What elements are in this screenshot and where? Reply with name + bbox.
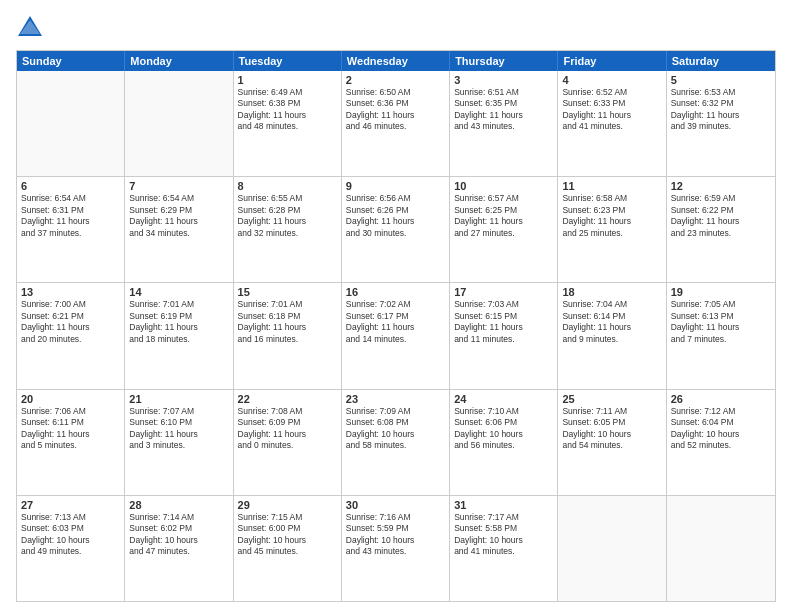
- cell-line: Sunrise: 6:51 AM: [454, 87, 553, 98]
- cell-line: Sunrise: 6:56 AM: [346, 193, 445, 204]
- day-cell-4: 4Sunrise: 6:52 AMSunset: 6:33 PMDaylight…: [558, 71, 666, 176]
- day-header-thursday: Thursday: [450, 51, 558, 71]
- day-number: 4: [562, 74, 661, 86]
- day-cell-2: 2Sunrise: 6:50 AMSunset: 6:36 PMDaylight…: [342, 71, 450, 176]
- day-number: 10: [454, 180, 553, 192]
- cell-line: Sunset: 6:19 PM: [129, 311, 228, 322]
- cell-line: Sunrise: 7:01 AM: [129, 299, 228, 310]
- day-cell-19: 19Sunrise: 7:05 AMSunset: 6:13 PMDayligh…: [667, 283, 775, 388]
- cell-line: and 48 minutes.: [238, 121, 337, 132]
- cell-line: and 11 minutes.: [454, 334, 553, 345]
- svg-marker-1: [20, 20, 40, 34]
- cell-line: Daylight: 11 hours: [238, 322, 337, 333]
- day-number: 30: [346, 499, 445, 511]
- cell-line: Daylight: 10 hours: [671, 429, 771, 440]
- calendar-body: 1Sunrise: 6:49 AMSunset: 6:38 PMDaylight…: [17, 71, 775, 601]
- day-number: 2: [346, 74, 445, 86]
- cell-line: and 16 minutes.: [238, 334, 337, 345]
- day-cell-7: 7Sunrise: 6:54 AMSunset: 6:29 PMDaylight…: [125, 177, 233, 282]
- cell-line: Sunrise: 6:55 AM: [238, 193, 337, 204]
- day-cell-9: 9Sunrise: 6:56 AMSunset: 6:26 PMDaylight…: [342, 177, 450, 282]
- empty-cell: [558, 496, 666, 601]
- cell-line: Daylight: 11 hours: [454, 216, 553, 227]
- day-number: 14: [129, 286, 228, 298]
- day-number: 16: [346, 286, 445, 298]
- cell-line: Daylight: 11 hours: [129, 216, 228, 227]
- cell-line: and 37 minutes.: [21, 228, 120, 239]
- day-number: 22: [238, 393, 337, 405]
- cell-line: Sunrise: 6:49 AM: [238, 87, 337, 98]
- empty-cell: [17, 71, 125, 176]
- cell-line: Sunset: 6:10 PM: [129, 417, 228, 428]
- day-cell-31: 31Sunrise: 7:17 AMSunset: 5:58 PMDayligh…: [450, 496, 558, 601]
- cell-line: Sunrise: 7:07 AM: [129, 406, 228, 417]
- cell-line: Daylight: 11 hours: [238, 429, 337, 440]
- day-number: 11: [562, 180, 661, 192]
- cell-line: Sunset: 6:38 PM: [238, 98, 337, 109]
- cell-line: and 5 minutes.: [21, 440, 120, 451]
- calendar-header-row: SundayMondayTuesdayWednesdayThursdayFrid…: [17, 51, 775, 71]
- cell-line: and 0 minutes.: [238, 440, 337, 451]
- day-number: 19: [671, 286, 771, 298]
- cell-line: and 14 minutes.: [346, 334, 445, 345]
- day-cell-5: 5Sunrise: 6:53 AMSunset: 6:32 PMDaylight…: [667, 71, 775, 176]
- day-cell-8: 8Sunrise: 6:55 AMSunset: 6:28 PMDaylight…: [234, 177, 342, 282]
- cell-line: Sunset: 6:11 PM: [21, 417, 120, 428]
- cell-line: Daylight: 11 hours: [562, 110, 661, 121]
- day-cell-1: 1Sunrise: 6:49 AMSunset: 6:38 PMDaylight…: [234, 71, 342, 176]
- cell-line: Sunrise: 7:03 AM: [454, 299, 553, 310]
- empty-cell: [125, 71, 233, 176]
- cell-line: Daylight: 11 hours: [21, 322, 120, 333]
- cell-line: Sunrise: 7:06 AM: [21, 406, 120, 417]
- cell-line: Sunset: 6:33 PM: [562, 98, 661, 109]
- cell-line: Sunset: 6:18 PM: [238, 311, 337, 322]
- day-number: 13: [21, 286, 120, 298]
- cell-line: Sunset: 6:13 PM: [671, 311, 771, 322]
- week-row-2: 6Sunrise: 6:54 AMSunset: 6:31 PMDaylight…: [17, 176, 775, 282]
- cell-line: Sunset: 6:23 PM: [562, 205, 661, 216]
- cell-line: Sunrise: 7:12 AM: [671, 406, 771, 417]
- cell-line: Sunrise: 6:53 AM: [671, 87, 771, 98]
- cell-line: and 3 minutes.: [129, 440, 228, 451]
- empty-cell: [667, 496, 775, 601]
- day-cell-30: 30Sunrise: 7:16 AMSunset: 5:59 PMDayligh…: [342, 496, 450, 601]
- cell-line: Sunrise: 7:17 AM: [454, 512, 553, 523]
- cell-line: Daylight: 11 hours: [671, 216, 771, 227]
- cell-line: and 7 minutes.: [671, 334, 771, 345]
- cell-line: and 45 minutes.: [238, 546, 337, 557]
- cell-line: Sunset: 6:29 PM: [129, 205, 228, 216]
- calendar: SundayMondayTuesdayWednesdayThursdayFrid…: [16, 50, 776, 602]
- cell-line: Daylight: 11 hours: [346, 216, 445, 227]
- cell-line: and 18 minutes.: [129, 334, 228, 345]
- cell-line: and 25 minutes.: [562, 228, 661, 239]
- cell-line: Sunrise: 6:54 AM: [129, 193, 228, 204]
- cell-line: Sunrise: 7:16 AM: [346, 512, 445, 523]
- day-number: 5: [671, 74, 771, 86]
- cell-line: Sunset: 6:02 PM: [129, 523, 228, 534]
- cell-line: Sunrise: 6:57 AM: [454, 193, 553, 204]
- cell-line: and 49 minutes.: [21, 546, 120, 557]
- cell-line: Sunset: 6:35 PM: [454, 98, 553, 109]
- cell-line: Sunrise: 7:01 AM: [238, 299, 337, 310]
- cell-line: Sunset: 6:22 PM: [671, 205, 771, 216]
- cell-line: Daylight: 11 hours: [21, 216, 120, 227]
- cell-line: Sunrise: 6:52 AM: [562, 87, 661, 98]
- cell-line: Daylight: 10 hours: [21, 535, 120, 546]
- cell-line: Sunrise: 7:05 AM: [671, 299, 771, 310]
- cell-line: and 32 minutes.: [238, 228, 337, 239]
- cell-line: Sunset: 6:15 PM: [454, 311, 553, 322]
- cell-line: Sunrise: 7:02 AM: [346, 299, 445, 310]
- cell-line: and 52 minutes.: [671, 440, 771, 451]
- cell-line: Sunrise: 6:50 AM: [346, 87, 445, 98]
- day-cell-15: 15Sunrise: 7:01 AMSunset: 6:18 PMDayligh…: [234, 283, 342, 388]
- cell-line: Sunset: 6:32 PM: [671, 98, 771, 109]
- cell-line: Daylight: 10 hours: [346, 535, 445, 546]
- cell-line: Daylight: 11 hours: [238, 110, 337, 121]
- cell-line: Daylight: 11 hours: [238, 216, 337, 227]
- cell-line: Daylight: 10 hours: [238, 535, 337, 546]
- day-cell-27: 27Sunrise: 7:13 AMSunset: 6:03 PMDayligh…: [17, 496, 125, 601]
- week-row-3: 13Sunrise: 7:00 AMSunset: 6:21 PMDayligh…: [17, 282, 775, 388]
- cell-line: Sunset: 6:04 PM: [671, 417, 771, 428]
- day-number: 9: [346, 180, 445, 192]
- day-cell-14: 14Sunrise: 7:01 AMSunset: 6:19 PMDayligh…: [125, 283, 233, 388]
